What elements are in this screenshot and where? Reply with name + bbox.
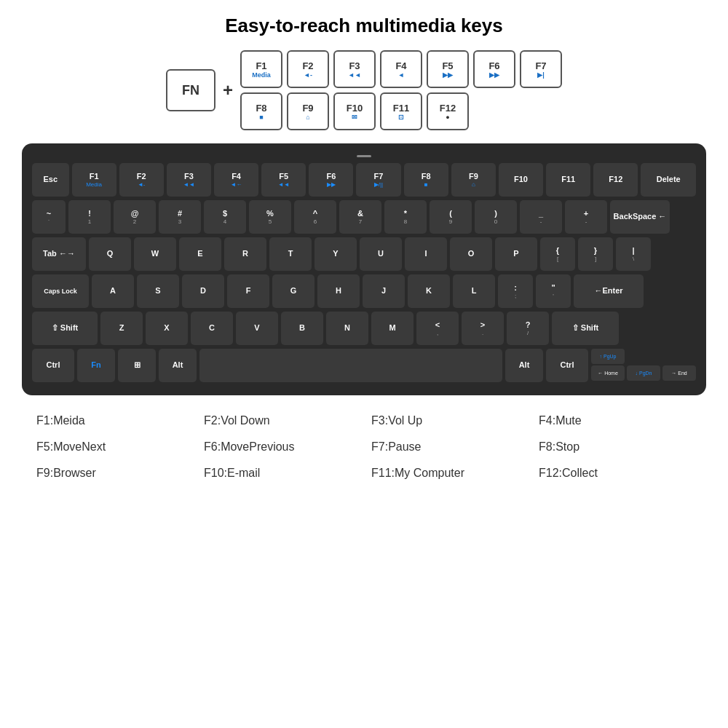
fn-desc-f12: F12:Collect (539, 464, 692, 483)
key-d[interactable]: D (182, 274, 224, 308)
key-capslock[interactable]: Caps Lock (32, 274, 89, 308)
key-b[interactable]: B (281, 312, 323, 345)
key-shift-left[interactable]: ⇧ Shift (32, 312, 98, 345)
fn-descriptions: F1:Meida F2:Vol Down F3:Vol Up F4:Mute F… (22, 411, 706, 483)
fn-f5-icon: F5▶▶ (427, 50, 469, 88)
key-x[interactable]: X (146, 312, 188, 345)
key-f5[interactable]: F5◄◄ (261, 163, 306, 197)
key-f7[interactable]: F7▶/|| (356, 163, 400, 197)
key-f2[interactable]: F2◄- (119, 163, 164, 197)
key-pipe[interactable]: |\ (616, 237, 651, 271)
key-a[interactable]: A (92, 274, 134, 308)
key-1[interactable]: !1 (68, 200, 111, 234)
key-f12[interactable]: F12 (593, 163, 638, 197)
key-home[interactable]: ← Home (591, 365, 625, 381)
key-j[interactable]: J (363, 274, 405, 308)
key-f8[interactable]: F8■ (404, 163, 448, 197)
key-pgdn[interactable]: ↓ PgDn (627, 365, 660, 381)
key-9[interactable]: (9 (430, 200, 472, 234)
key-g[interactable]: G (272, 274, 314, 308)
key-ctrl-right[interactable]: Ctrl (546, 349, 588, 382)
fn-f12-icon: F12● (427, 92, 469, 130)
fn-desc-f11: F11:My Computer (371, 464, 524, 483)
key-esc[interactable]: Esc (32, 163, 69, 197)
key-backspace[interactable]: BackSpace ← (610, 200, 670, 234)
key-end[interactable]: → End (662, 365, 696, 381)
key-s[interactable]: S (137, 274, 179, 308)
key-windows[interactable]: ⊞ (118, 349, 156, 382)
key-w[interactable]: W (134, 237, 176, 271)
key-alt-right[interactable]: Alt (505, 349, 543, 382)
key-fn[interactable]: Fn (77, 349, 115, 382)
key-minus[interactable]: _- (520, 200, 562, 234)
key-r[interactable]: R (224, 237, 266, 271)
fn-desc-f7: F7:Pause (371, 438, 524, 456)
key-f3[interactable]: F3◄◄ (167, 163, 211, 197)
row-qwerty: Tab ←→ Q W E R T Y U I O P {[ }] |\ (32, 237, 696, 271)
key-k[interactable]: K (408, 274, 450, 308)
key-ctrl-left[interactable]: Ctrl (32, 349, 74, 382)
key-alt-left[interactable]: Alt (159, 349, 197, 382)
key-l[interactable]: L (453, 274, 495, 308)
key-m[interactable]: M (371, 312, 414, 345)
key-period[interactable]: >. (462, 312, 504, 345)
key-comma[interactable]: <, (416, 312, 459, 345)
fn-f3-icon: F3◄◄ (333, 50, 376, 88)
key-3[interactable]: #3 (159, 200, 201, 234)
key-8[interactable]: *8 (384, 200, 427, 234)
key-4[interactable]: $4 (204, 200, 246, 234)
key-equals[interactable]: +- (565, 200, 607, 234)
key-pgup[interactable]: ↑ PgUp (591, 349, 625, 364)
key-tab[interactable]: Tab ←→ (32, 237, 86, 271)
key-f11[interactable]: F11 (546, 163, 590, 197)
key-quote[interactable]: "' (536, 274, 571, 308)
fn-desc-f8: F8:Stop (539, 438, 692, 456)
key-f[interactable]: F (227, 274, 269, 308)
fn-section: FN + F1Media F2◄- F3◄◄ F4◄ F5▶▶ F6▶▶ F7▶… (22, 50, 706, 130)
key-slash[interactable]: ?/ (507, 312, 549, 345)
key-shift-right[interactable]: ⇧ Shift (552, 312, 619, 345)
key-v[interactable]: V (236, 312, 278, 345)
fn-f8-icon: F8■ (240, 92, 282, 130)
key-c[interactable]: C (191, 312, 233, 345)
key-rbracket[interactable]: }] (578, 237, 613, 271)
key-i[interactable]: I (405, 237, 447, 271)
keyboard: Esc F1Media F2◄- F3◄◄ F4◄← F5◄◄ F6▶▶ F7▶… (22, 143, 706, 395)
row-asdf: Caps Lock A S D F G H J K L :; "' ←Enter (32, 274, 696, 308)
key-z[interactable]: Z (100, 312, 143, 345)
key-space[interactable] (199, 349, 502, 382)
key-f4[interactable]: F4◄← (214, 163, 258, 197)
key-semicolon[interactable]: :; (498, 274, 533, 308)
key-lbracket[interactable]: {[ (540, 237, 575, 271)
key-5[interactable]: %5 (249, 200, 291, 234)
key-y[interactable]: Y (314, 237, 357, 271)
key-f6[interactable]: F6▶▶ (309, 163, 353, 197)
fn-f2-icon: F2◄- (287, 50, 329, 88)
row-zxcv: ⇧ Shift Z X C V B N M <, >. ?/ ⇧ Shift (32, 312, 696, 345)
key-e[interactable]: E (179, 237, 221, 271)
fn-f7-icon: F7▶| (520, 50, 562, 88)
key-u[interactable]: U (360, 237, 402, 271)
fn-desc-f5: F5:MoveNext (36, 438, 189, 456)
key-0[interactable]: )0 (475, 200, 517, 234)
key-h[interactable]: H (317, 274, 360, 308)
key-tilde[interactable]: ~` (32, 200, 66, 234)
key-delete[interactable]: Delete (641, 163, 696, 197)
key-f10[interactable]: F10 (499, 163, 543, 197)
key-o[interactable]: O (450, 237, 492, 271)
page-title: Easy-to-reach multimedia keys (225, 15, 503, 37)
key-q[interactable]: Q (89, 237, 131, 271)
key-6[interactable]: ^6 (294, 200, 336, 234)
key-f1[interactable]: F1Media (72, 163, 116, 197)
key-2[interactable]: @2 (114, 200, 156, 234)
key-f9[interactable]: F9⌂ (451, 163, 496, 197)
key-enter[interactable]: ←Enter (574, 274, 644, 308)
fn-desc-f1: F1:Meida (36, 411, 189, 430)
fn-f4-icon: F4◄ (380, 50, 422, 88)
fn-f6-icon: F6▶▶ (473, 50, 515, 88)
key-7[interactable]: &7 (339, 200, 381, 234)
key-t[interactable]: T (269, 237, 312, 271)
fn-desc-f3: F3:Vol Up (371, 411, 524, 430)
key-p[interactable]: P (495, 237, 537, 271)
key-n[interactable]: N (326, 312, 368, 345)
